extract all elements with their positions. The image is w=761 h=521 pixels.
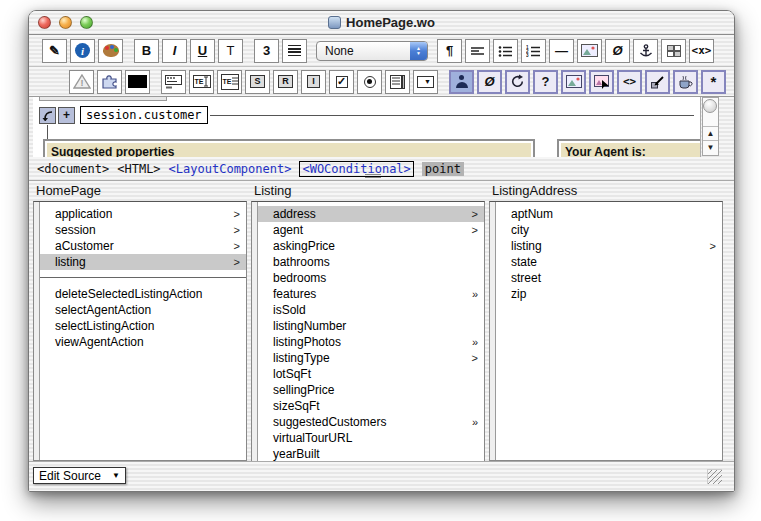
align-button[interactable]	[282, 39, 307, 63]
popup-element-button[interactable]: ▼	[413, 70, 438, 94]
breadcrumb-item[interactable]: point	[422, 162, 464, 176]
list-item[interactable]: aCustomer>	[40, 238, 246, 254]
input-button-element[interactable]: I	[301, 70, 326, 94]
list-item[interactable]: bathrooms	[258, 254, 484, 270]
list-item[interactable]: viewAgentAction	[40, 334, 246, 350]
teletype-button[interactable]: T	[218, 39, 243, 63]
form-button[interactable]	[161, 70, 186, 94]
title-bar[interactable]: HomePage.wo	[29, 11, 734, 35]
wo-generic-element-button[interactable]: <>	[617, 70, 642, 94]
color-swatch-button[interactable]	[125, 70, 150, 94]
list-item[interactable]: listingPhotos»	[258, 334, 484, 350]
list-item[interactable]: bedrooms	[258, 270, 484, 286]
list-item[interactable]: aptNum	[496, 206, 722, 222]
image-button[interactable]	[577, 39, 602, 63]
list-item[interactable]: listing>	[496, 238, 722, 254]
wo-conditional-button[interactable]: ?	[533, 70, 558, 94]
conditional-collapse-button[interactable]	[39, 107, 56, 124]
underline-button[interactable]: U	[190, 39, 215, 63]
wo-active-image-button[interactable]	[589, 70, 614, 94]
wo-applet-button[interactable]	[673, 70, 698, 94]
breadcrumb-item[interactable]: <HTML>	[117, 162, 160, 176]
inspector-button[interactable]: ✎	[42, 39, 67, 63]
colors-button[interactable]	[98, 39, 123, 63]
list-item[interactable]: sizeSqFt	[258, 398, 484, 414]
breadcrumb-item[interactable]: <LayoutComponent>	[169, 162, 292, 176]
wo-hyperlink-button[interactable]: Ø	[477, 70, 502, 94]
fragment-button[interactable]	[97, 70, 122, 94]
warning-button[interactable]: !	[69, 70, 94, 94]
pen-icon: Ø	[612, 43, 622, 58]
breadcrumb-item[interactable]: <WOConditional>	[299, 161, 413, 177]
list-item[interactable]: isSold	[258, 302, 484, 318]
scroll-down-button[interactable]: ▼	[703, 140, 718, 154]
wo-repetition-button[interactable]	[505, 70, 530, 94]
list-item[interactable]: listingType>	[258, 350, 484, 366]
radio-element-button[interactable]	[357, 70, 382, 94]
list-item[interactable]: suggestedCustomers»	[258, 414, 484, 430]
list-item[interactable]: application>	[40, 206, 246, 222]
list-item[interactable]: askingPrice	[258, 238, 484, 254]
text-area-button[interactable]: TE	[217, 70, 242, 94]
reset-button-element[interactable]: R	[273, 70, 298, 94]
to-many-relation-icon: »	[472, 416, 478, 428]
paragraph-button[interactable]: ¶	[437, 39, 462, 63]
submit-button-element[interactable]: S	[245, 70, 270, 94]
pen-button[interactable]: Ø	[605, 39, 630, 63]
list-item[interactable]: street	[496, 270, 722, 286]
numbered-list-button[interactable]: 123	[521, 39, 546, 63]
list-item[interactable]: session>	[40, 222, 246, 238]
popup-down-arrow-icon: ▼	[112, 471, 120, 480]
list-item[interactable]: selectAgentAction	[40, 302, 246, 318]
list-item[interactable]: sellingPrice	[258, 382, 484, 398]
wo-conditional-element[interactable]: + session.customer	[39, 106, 694, 124]
wo-custom-element-button[interactable]: *	[701, 70, 726, 94]
layout-canvas[interactable]: + session.customer Suggested properties …	[33, 97, 701, 157]
edit-source-popup[interactable]: Edit Source ▼	[33, 467, 126, 484]
list-item[interactable]: zip	[496, 286, 722, 302]
browser-list-button[interactable]	[385, 70, 410, 94]
your-agent-panel[interactable]: Your Agent is:	[557, 139, 701, 157]
wo-string-button[interactable]	[449, 70, 474, 94]
horizontal-rule-button[interactable]: —	[549, 39, 574, 63]
info-button[interactable]: i	[70, 39, 95, 63]
wo-image-button[interactable]	[561, 70, 586, 94]
list-item[interactable]: city	[496, 222, 722, 238]
wo-component-content-button[interactable]	[645, 70, 670, 94]
list-item[interactable]: selectListingAction	[40, 318, 246, 334]
list-item[interactable]: features»	[258, 286, 484, 302]
element-extent-line	[210, 115, 694, 116]
frames-button[interactable]	[661, 39, 686, 63]
list-item[interactable]: listing>	[40, 254, 246, 270]
compact-list-button[interactable]	[465, 39, 490, 63]
bullet-list-button[interactable]	[493, 39, 518, 63]
list-item[interactable]: yearBuilt	[258, 446, 484, 462]
wo-tag-button[interactable]: <x>	[689, 39, 714, 63]
anchor-button[interactable]	[633, 39, 658, 63]
style-popup[interactable]: None ▲▼	[316, 41, 428, 61]
scroll-thumb[interactable]	[703, 99, 717, 113]
binding-label[interactable]: session.customer	[80, 106, 208, 124]
format-toolbar: ✎ i B I U T 3 None ▲▼ ¶ 123 — Ø	[29, 35, 734, 67]
heading-button[interactable]: 3	[254, 39, 279, 63]
list-item[interactable]: lotSqFt	[258, 366, 484, 382]
to-one-relation-icon: >	[472, 352, 478, 364]
list-item[interactable]: deleteSelectedListingAction	[40, 286, 246, 302]
list-item-label: virtualTourURL	[273, 431, 478, 445]
splitter-grip[interactable]	[365, 174, 381, 178]
list-item[interactable]: agent>	[258, 222, 484, 238]
add-binding-button[interactable]: +	[58, 107, 75, 124]
text-field-button[interactable]: TE	[189, 70, 214, 94]
checkbox-element-button[interactable]: ✓	[329, 70, 354, 94]
list-item[interactable]: address>	[258, 206, 484, 222]
bold-button[interactable]: B	[134, 39, 159, 63]
italic-button[interactable]: I	[162, 39, 187, 63]
list-item[interactable]: state	[496, 254, 722, 270]
resize-grip[interactable]	[707, 469, 722, 484]
suggested-properties-panel[interactable]: Suggested properties	[43, 139, 535, 157]
scroll-up-button[interactable]: ▲	[703, 126, 718, 140]
breadcrumb-item[interactable]: <document>	[37, 162, 109, 176]
list-item[interactable]: virtualTourURL	[258, 430, 484, 446]
list-item[interactable]: listingNumber	[258, 318, 484, 334]
canvas-scrollbar[interactable]: ▲ ▼	[702, 97, 719, 156]
